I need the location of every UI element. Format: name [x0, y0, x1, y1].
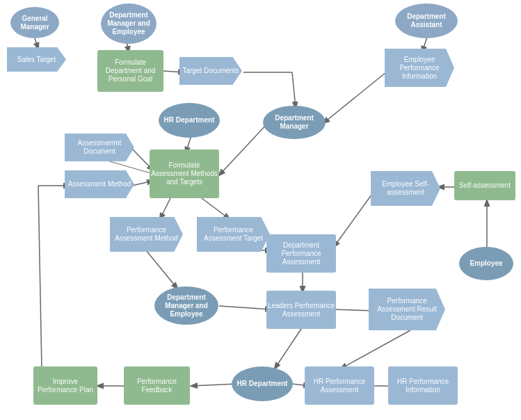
- svg-line-11: [160, 198, 170, 219]
- dept-perf-assessment-node: Department Performance Assessment: [266, 234, 336, 273]
- dept-assistant-node: Department Assistant: [395, 3, 458, 38]
- assessment-method-node: Assessment Method: [65, 170, 134, 198]
- formulate-dept-goal-node: Formulate Department and Personal Goal: [97, 50, 163, 92]
- svg-line-25: [219, 306, 271, 309]
- perf-result-doc-node: Performance Assessment Result Document: [369, 289, 445, 330]
- perf-assessment-method-node: Performance Assessment Method: [110, 217, 183, 252]
- target-documents-node: Target Documents: [179, 57, 242, 85]
- svg-line-7: [219, 123, 268, 175]
- leaders-perf-node: Leaders Performance Assessment: [266, 291, 336, 329]
- employee-node: Employee: [459, 247, 513, 280]
- perf-assessment-target-node: Performance Assessment Target: [197, 217, 270, 252]
- formulate-assessment-node: Formulate Assessment Methods and Targets: [150, 150, 219, 198]
- employee-perf-info-node: Employee Performance Information: [385, 49, 454, 87]
- hr-dept-bottom-node: HR Department: [232, 366, 293, 401]
- dept-manager-employee-bottom-node: Department Manager and Employee: [154, 286, 218, 325]
- svg-line-29: [146, 250, 177, 289]
- hr-perf-info-node: HR Performance Information: [388, 366, 458, 405]
- hr-perf-assessment-node: HR Performance Assessment: [305, 366, 374, 405]
- svg-line-4: [292, 72, 296, 108]
- svg-line-6: [323, 70, 390, 123]
- hr-dept-top-node: HR Department: [159, 103, 220, 138]
- svg-line-19: [275, 327, 303, 369]
- svg-line-27: [38, 186, 42, 369]
- general-manager-node: General Manager: [10, 7, 59, 38]
- svg-line-12: [202, 198, 230, 219]
- svg-line-0: [35, 38, 38, 49]
- dept-manager-mid-node: Department Manager: [263, 106, 326, 139]
- diagram: General Manager Department Manager and E…: [0, 0, 521, 420]
- dept-manager-employee-top-node: Department Manager and Employee: [101, 3, 157, 44]
- perf-feedback-node: Performance Feedback: [124, 366, 190, 405]
- svg-line-15: [334, 189, 376, 247]
- assessment-document-node: Assessmenmt Document: [65, 134, 134, 161]
- improve-perf-node: Improve Performance Plan: [33, 366, 97, 405]
- sales-target-node: Sales Target: [7, 47, 66, 72]
- svg-line-24: [341, 330, 410, 369]
- self-assessment-node: Self-assessment: [454, 171, 515, 200]
- employee-self-assessment-node: Employee Self-assessment: [371, 171, 440, 206]
- svg-line-22: [191, 384, 237, 386]
